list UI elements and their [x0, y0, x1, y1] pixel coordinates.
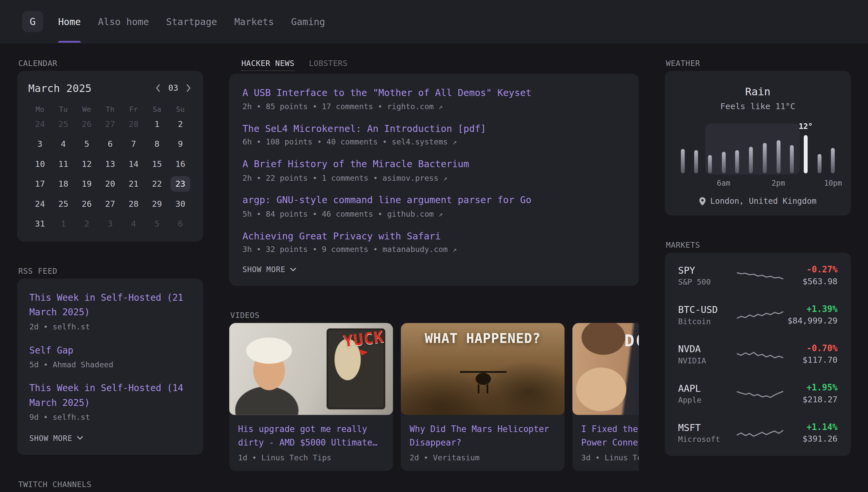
nav-item-startpage[interactable]: Startpage	[166, 0, 217, 43]
rss-item-link[interactable]: Self Gap	[29, 343, 191, 358]
calendar-day[interactable]: 17	[28, 174, 52, 194]
calendar-day[interactable]: 8	[145, 134, 169, 154]
calendar-day[interactable]: 4	[52, 134, 75, 154]
calendar-day[interactable]: 1	[52, 214, 75, 233]
calendar-day[interactable]: 18	[52, 174, 75, 194]
calendar-day[interactable]: 2	[169, 114, 192, 134]
news-source-link[interactable]: sel4.systems ↗	[392, 138, 457, 146]
calendar-day[interactable]: 19	[75, 174, 99, 194]
news-item-link[interactable]: The SeL4 Microkernel: An Introduction [p…	[242, 122, 626, 135]
calendar-day[interactable]: 26	[75, 114, 99, 134]
nav-item-gaming[interactable]: Gaming	[291, 0, 325, 43]
calendar-day[interactable]: 30	[169, 194, 192, 214]
market-row[interactable]: NVDANVIDIA-0.70%$117.70	[678, 335, 838, 374]
video-title-link[interactable]: His upgrade got me really dirty - AMD $5…	[229, 415, 393, 449]
nav-item-also-home[interactable]: Also home	[98, 0, 149, 43]
calendar-day[interactable]: 20	[99, 174, 122, 194]
video-title-link[interactable]: Why Did The Mars Helicopter Disappear?	[401, 415, 564, 449]
calendar-day[interactable]: 3	[28, 134, 52, 154]
rss-item-link[interactable]: This Week in Self-Hosted (14 March 2025)	[29, 381, 191, 411]
calendar-day[interactable]: 25	[52, 114, 75, 134]
calendar-grid: 2425262728123456789101112131415161718192…	[28, 114, 192, 234]
calendar-day[interactable]: 12	[75, 154, 99, 174]
market-symbol: AAPL	[678, 383, 736, 394]
news-item-link[interactable]: Achieving Great Privacy with Safari	[242, 229, 626, 243]
chevron-down-icon	[77, 436, 83, 440]
calendar-day[interactable]: 7	[122, 134, 145, 154]
video-thumbnail[interactable]: DO	[572, 323, 639, 415]
news-item-link[interactable]: A USB Interface to the "Mother of All De…	[242, 86, 626, 99]
calendar-day[interactable]: 5	[75, 134, 99, 154]
calendar-day[interactable]: 9	[169, 134, 192, 154]
calendar-day[interactable]: 25	[52, 194, 75, 214]
weather-location-row: London, United Kingdom	[674, 197, 842, 205]
video-meta: 3d • Linus Tec	[572, 449, 639, 471]
calendar-day[interactable]: 21	[122, 174, 145, 194]
calendar-day[interactable]: 3	[99, 214, 122, 233]
market-row[interactable]: SPYS&P 500-0.27%$563.98	[678, 256, 838, 295]
calendar-day[interactable]: 27	[99, 114, 122, 134]
news-source-link[interactable]: righto.com ↗	[387, 102, 443, 110]
news-list: A USB Interface to the "Mother of All De…	[242, 86, 626, 253]
calendar-day[interactable]: 27	[99, 194, 122, 214]
calendar-day[interactable]: 29	[145, 194, 169, 214]
tab-lobsters[interactable]: LOBSTERS	[309, 59, 347, 70]
market-row[interactable]: AAPLApple+1.95%$218.27	[678, 374, 838, 413]
calendar-day[interactable]: 5	[145, 214, 169, 233]
video-title-link[interactable]: I Fixed the 5 Power Connect	[572, 415, 639, 449]
news-item: The SeL4 Microkernel: An Introduction [p…	[242, 122, 626, 146]
video-thumbnail[interactable]: WHAT HAPPENED?	[401, 323, 564, 415]
calendar-day[interactable]: 28	[122, 114, 145, 134]
calendar-day[interactable]: 31	[28, 214, 52, 233]
calendar-day[interactable]: 13	[99, 154, 122, 174]
calendar-day[interactable]: 15	[145, 154, 169, 174]
market-price: $391.26	[784, 434, 837, 444]
video-thumbnail[interactable]: YUCK	[229, 323, 393, 415]
markets-section-header: MARKETS	[666, 240, 851, 250]
calendar-day[interactable]: 16	[169, 154, 192, 174]
calendar-day[interactable]: 1	[145, 114, 169, 134]
calendar-day[interactable]: 24	[28, 114, 52, 134]
hour-label-slot	[763, 178, 767, 188]
news-source-link[interactable]: asimov.press ↗	[383, 173, 448, 182]
calendar-day[interactable]: 26	[75, 194, 99, 214]
rss-item: This Week in Self-Hosted (21 March 2025)…	[29, 291, 191, 331]
calendar-next-button[interactable]	[185, 83, 192, 93]
calendar-month-title: March 2025	[28, 82, 91, 94]
weather-bar-slot: 12°	[804, 125, 808, 173]
market-values: +1.39%$84,999.29	[784, 304, 837, 326]
market-identity: MSFTMicrosoft	[678, 422, 736, 444]
nav-item-markets[interactable]: Markets	[234, 0, 274, 43]
calendar-day-current[interactable]: 23	[169, 174, 192, 194]
news-show-more-button[interactable]: SHOW MORE	[242, 265, 296, 274]
calendar-day[interactable]: 4	[122, 214, 145, 233]
calendar-day[interactable]: 6	[169, 214, 192, 233]
nav-item-home[interactable]: Home	[58, 0, 81, 43]
calendar-day[interactable]: 11	[52, 154, 75, 174]
tab-hacker-news[interactable]: HACKER NEWS	[241, 59, 294, 71]
calendar-day[interactable]: 24	[28, 194, 52, 214]
market-row[interactable]: MSFTMicrosoft+1.14%$391.26	[678, 413, 838, 452]
calendar-day[interactable]: 10	[28, 154, 52, 174]
news-item-meta: 3h • 32 points • 9 comments • matanabudy…	[242, 245, 626, 254]
calendar-day[interactable]: 22	[145, 174, 169, 194]
news-item-link[interactable]: A Brief History of the Miracle Bacterium	[242, 157, 626, 171]
rss-item-link[interactable]: This Week in Self-Hosted (21 March 2025)	[29, 291, 191, 320]
news-item-meta: 2h • 22 points • 1 comments • asimov.pre…	[242, 173, 626, 182]
app-logo[interactable]: G	[22, 11, 43, 32]
video-card[interactable]: WHAT HAPPENED?Why Did The Mars Helicopte…	[401, 323, 564, 471]
calendar-day[interactable]: 2	[75, 214, 99, 233]
market-row[interactable]: BTC-USDBitcoin+1.39%$84,999.29	[678, 295, 838, 335]
news-item-link[interactable]: argp: GNU-style command line argument pa…	[242, 193, 626, 207]
news-source-link[interactable]: matanabudy.com ↗	[383, 245, 457, 254]
markets-widget: SPYS&P 500-0.27%$563.98BTC-USDBitcoin+1.…	[665, 253, 850, 456]
video-card[interactable]: YUCKHis upgrade got me really dirty - AM…	[229, 323, 393, 471]
video-card[interactable]: DOI Fixed the 5 Power Connect3d • Linus …	[572, 323, 639, 471]
rss-show-more-button[interactable]: SHOW MORE	[29, 434, 83, 443]
news-source-link[interactable]: github.com ↗	[387, 209, 443, 218]
calendar-day[interactable]: 6	[99, 134, 122, 154]
videos-row: YUCKHis upgrade got me really dirty - AM…	[229, 323, 639, 471]
calendar-day[interactable]: 28	[122, 194, 145, 214]
calendar-day[interactable]: 14	[122, 154, 145, 174]
calendar-prev-button[interactable]	[155, 83, 162, 93]
